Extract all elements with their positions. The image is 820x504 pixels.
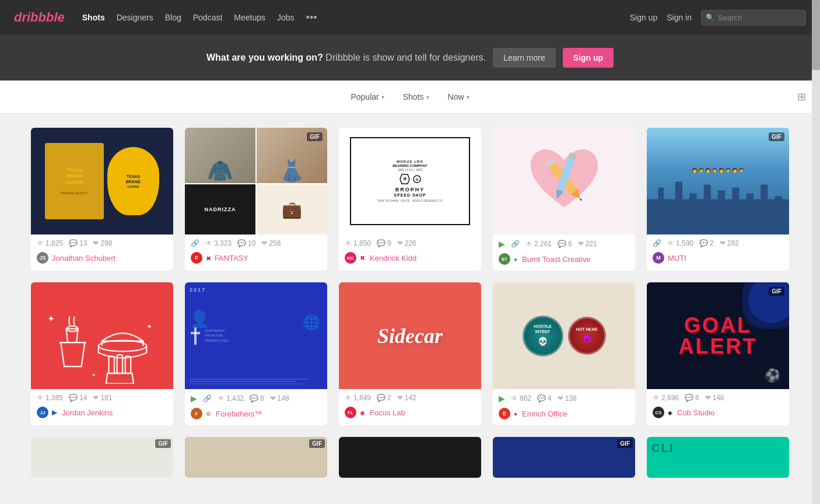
comments-5: 💬 2: [699, 239, 714, 247]
nav-designers[interactable]: Designers: [117, 13, 153, 22]
scrollbar[interactable]: [812, 0, 820, 492]
view-button-6[interactable]: View: [86, 327, 118, 345]
shots-filter[interactable]: Shots ▾: [396, 89, 436, 105]
shot-meta-3: 👁 1,850 💬 9 ❤ 226: [339, 235, 481, 250]
author-name-3: Kendrick Kidd: [370, 254, 416, 262]
views-8: 👁 1,849: [345, 394, 371, 402]
likes-5: ❤ 282: [720, 239, 739, 247]
shot-card-7[interactable]: 2017 TESTIMONY FROM THE PERSECUTED: [185, 282, 327, 425]
shot-author-8[interactable]: FL ◉ Focus Lab: [339, 404, 481, 424]
grid-toggle-button[interactable]: ⊞: [797, 90, 806, 103]
shots-container: TEXASBRANDCOFFEE FINE GROUND PREMIUM QUA…: [19, 114, 801, 492]
shot-meta-10: 👁 2,696 💬 6 ❤ 146: [647, 389, 789, 404]
avatar-2: F: [191, 252, 202, 264]
comments-1: 💬 13: [69, 239, 87, 247]
view-button-5[interactable]: View: [702, 173, 734, 190]
shot-card-2[interactable]: 🧥 👗 NADRIZZA 💼 GIF View: [185, 128, 327, 271]
shot-card-3[interactable]: MODUS LRG BEARING COMPANY 1901 • L 0 L •…: [339, 128, 481, 271]
nav-meetups[interactable]: Meetups: [234, 13, 265, 22]
view-button-7[interactable]: View: [240, 327, 272, 345]
sign-up-banner-button[interactable]: Sign up: [563, 48, 614, 68]
views-3: 👁 1,850: [345, 239, 371, 247]
views-1: 👁 1,825: [37, 239, 63, 247]
view-button-3[interactable]: View: [394, 173, 426, 190]
shot-author-4[interactable]: BT ● Burnt Toast Creative: [493, 251, 635, 271]
nav-jobs[interactable]: Jobs: [277, 13, 295, 22]
partial-card-2[interactable]: GIF: [185, 437, 327, 478]
shot-meta-4: ▶ 🔗 👁 2,261 💬 6 ❤ 221: [493, 235, 635, 251]
shot-author-6[interactable]: JJ ▶ Jordan Jenkins: [31, 404, 173, 424]
popular-filter[interactable]: Popular ▾: [344, 89, 391, 105]
shot-card-9[interactable]: HOSTILE INTENT 💀 HOT HEAD 😈: [493, 282, 635, 425]
shot-author-7[interactable]: F ⚙ Forefathers™: [185, 405, 327, 425]
sign-up-nav[interactable]: Sign up: [630, 13, 657, 22]
avatar-6: JJ: [37, 407, 48, 418]
now-chevron: ▾: [467, 94, 469, 100]
nav-shots[interactable]: Shots: [82, 13, 105, 22]
author-name-6: Jordan Jenkins: [62, 408, 113, 417]
shots-grid: TEXASBRANDCOFFEE FINE GROUND PREMIUM QUA…: [31, 128, 789, 425]
views-4: 👁 2,261: [525, 240, 552, 248]
shot-card-5[interactable]: 🧑🧑🧑🧑🧑🧑🧑🧑 GIF View 🔗 👁 1,590 💬 2 ❤ 282 M …: [647, 128, 789, 271]
nav-podcast[interactable]: Podcast: [193, 13, 223, 22]
avatar-5: M: [653, 252, 664, 264]
link-icon-7: 🔗: [203, 394, 212, 402]
shot-card-10[interactable]: GOAL ALERT ⚽ GIF View 👁 2,696 💬 6 ❤ 146 …: [647, 282, 789, 425]
author-name-7: Forefathers™: [216, 410, 262, 418]
shot-thumb-4: View: [493, 128, 635, 235]
shot-card-8[interactable]: Sidecar View 👁 1,849 💬 2 ❤ 142 FL ◉ Focu…: [339, 282, 481, 425]
partial-card-4[interactable]: GIF: [493, 437, 635, 478]
nav-more[interactable]: •••: [306, 12, 317, 24]
search-wrap: 🔍: [701, 10, 806, 26]
author-name-9: Emrich Office: [522, 410, 567, 418]
shot-card-6[interactable]: ✦ ✦ ✦: [31, 282, 173, 425]
shot-meta-1: 👁 1,825 💬 13 ❤ 298: [31, 235, 173, 250]
boost-icon-4: ▶: [499, 239, 505, 249]
shot-meta-9: ▶ 👁 862 💬 4 ❤ 138: [493, 389, 635, 405]
view-button-10[interactable]: View: [702, 327, 734, 345]
shot-author-2[interactable]: F ✖ FANTASY: [185, 250, 327, 270]
shot-thumb-3: MODUS LRG BEARING COMPANY 1901 • L 0 L •…: [339, 128, 481, 235]
likes-4: ❤ 221: [578, 240, 597, 248]
nav-blog[interactable]: Blog: [165, 13, 181, 22]
avatar-8: FL: [345, 407, 356, 418]
author-name-5: MUTI: [668, 254, 686, 262]
shot-author-5[interactable]: M MUTI: [647, 250, 789, 270]
gif-badge-b1: GIF: [155, 439, 171, 448]
avatar-10: CS: [653, 407, 664, 418]
view-button-2[interactable]: View: [240, 173, 272, 190]
view-button-1[interactable]: View: [66, 173, 97, 190]
scroll-thumb[interactable]: [812, 0, 820, 70]
partial-card-1[interactable]: GIF: [31, 437, 173, 478]
shot-author-10[interactable]: CS ◆ Cub Studio: [647, 404, 789, 424]
view-button-9[interactable]: View: [548, 327, 580, 345]
comments-9: 💬 4: [537, 394, 552, 402]
partial-card-5[interactable]: CLI: [647, 437, 789, 478]
author-name-2: ✖ FANTASY: [206, 254, 248, 262]
view-button-8[interactable]: View: [394, 327, 426, 345]
shot-author-1[interactable]: JS Jonathan Schubert: [31, 250, 173, 270]
banner-text: What are you working on? Dribbble is sho…: [206, 52, 486, 63]
shot-author-9[interactable]: E ● Emrich Office: [493, 405, 635, 425]
partial-card-3[interactable]: [339, 437, 481, 478]
popular-chevron: ▾: [381, 94, 384, 100]
save-button-1[interactable]: Save: [106, 173, 138, 190]
shot-meta-5: 🔗 👁 1,590 💬 2 ❤ 282: [647, 235, 789, 250]
avatar-4: BT: [499, 253, 510, 265]
learn-more-button[interactable]: Learn more: [493, 48, 556, 68]
author-name-1: Jonathan Schubert: [52, 254, 115, 262]
shot-card-4[interactable]: View ▶ 🔗 👁 2,261 💬 6 ❤ 221 BT ● Burnt To…: [493, 128, 635, 271]
views-6: 👁 1,385: [37, 394, 63, 402]
shot-card-1[interactable]: TEXASBRANDCOFFEE FINE GROUND PREMIUM QUA…: [31, 128, 173, 271]
sign-in-nav[interactable]: Sign in: [667, 13, 692, 22]
dribbble-logo[interactable]: dribbble: [14, 10, 65, 25]
shot-author-3[interactable]: KK ✖ Kendrick Kidd: [339, 250, 481, 270]
gif-badge-b2: GIF: [309, 439, 325, 448]
shot-meta-6: 👁 1,385 💬 14 ❤ 191: [31, 389, 173, 404]
view-button-4[interactable]: View: [548, 173, 580, 190]
shot-thumb-9: HOSTILE INTENT 💀 HOT HEAD 😈: [493, 282, 635, 389]
now-filter[interactable]: Now ▾: [441, 89, 476, 105]
views-7: 👁 1,432: [218, 394, 244, 402]
search-input[interactable]: [701, 10, 806, 26]
comments-2: 💬 10: [237, 239, 255, 247]
